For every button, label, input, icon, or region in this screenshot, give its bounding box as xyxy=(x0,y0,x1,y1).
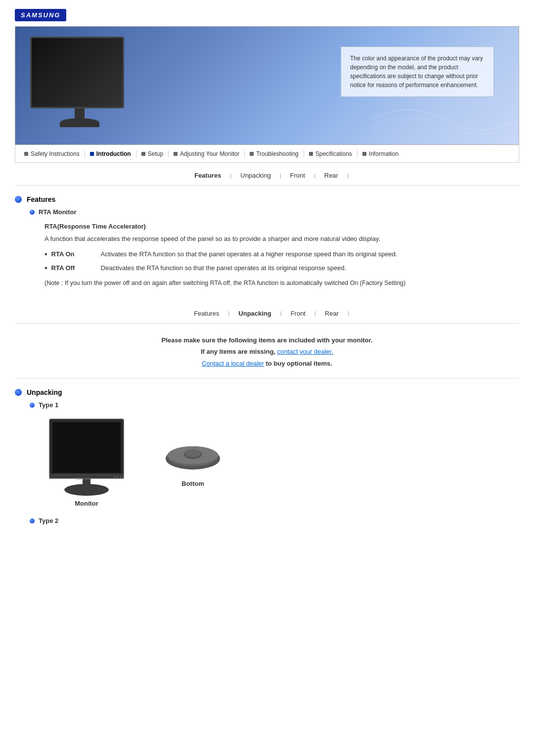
sub-nav-sep-4: | xyxy=(347,173,349,179)
svg-point-8 xyxy=(120,476,122,478)
features-blue-circle xyxy=(15,196,22,203)
unpacking-section: Unpacking Type 1 xyxy=(15,388,519,524)
samsung-logo: SAMSUNG xyxy=(15,9,66,21)
hero-monitor-image xyxy=(30,37,129,126)
rta-sub-section-header: RTA Monitor xyxy=(30,208,519,216)
monitor-stand-base xyxy=(60,118,99,127)
header: SAMSUNG xyxy=(0,0,534,21)
svg-text:SAMSUNG: SAMSUNG xyxy=(76,477,91,480)
features-section-header: Features xyxy=(15,195,519,203)
info-line-1-text: Please make sure the following items are… xyxy=(162,336,373,344)
nav-bullet-information xyxy=(362,152,366,156)
hero-banner: The color and appearance of the product … xyxy=(15,26,519,145)
unpacking-section-header: Unpacking xyxy=(15,388,519,396)
info-box: Please make sure the following items are… xyxy=(15,324,519,378)
nav-item-adjusting[interactable]: Adjusting Your Monitor xyxy=(169,145,244,162)
type2-header: Type 2 xyxy=(30,517,519,524)
rta-content: RTA(Response Time Accelerator) A functio… xyxy=(44,222,519,288)
info-line-1: Please make sure the following items are… xyxy=(15,334,519,346)
bottom-product: Bottom xyxy=(158,417,227,507)
info-line-2: If any items are missing, contact your d… xyxy=(15,346,519,357)
monitor-label: Monitor xyxy=(75,500,98,507)
svg-point-13 xyxy=(185,449,201,457)
unpacking-title: Unpacking xyxy=(27,388,62,396)
type1-header: Type 1 xyxy=(30,401,519,409)
nav-bullet-setup xyxy=(141,152,145,156)
type1-products: SAMSUNG Monitor xyxy=(44,417,519,507)
svg-point-7 xyxy=(117,476,119,478)
nav-label-setup: Setup xyxy=(148,150,163,157)
monitor-product: SAMSUNG Monitor xyxy=(44,417,129,507)
nav-bullet-troubleshooting xyxy=(250,152,254,156)
monitor-stand-neck xyxy=(75,108,85,118)
rta-off-desc: Deactivates the RTA function so that the… xyxy=(101,263,519,273)
rta-blue-circle xyxy=(30,210,35,215)
svg-rect-1 xyxy=(52,422,121,473)
nav-item-information[interactable]: Information xyxy=(357,145,403,162)
monitor-svg: SAMSUNG xyxy=(44,417,129,496)
type2-label: Type 2 xyxy=(39,517,58,524)
bullet-on: • xyxy=(44,249,47,259)
rta-off-label: RTA Off xyxy=(51,263,91,274)
nav-item-introduction[interactable]: Introduction xyxy=(85,145,136,162)
hero-waves-decoration xyxy=(370,95,519,144)
sub-nav2-sep-4: | xyxy=(348,310,349,316)
hero-text-box: The color and appearance of the product … xyxy=(341,47,494,97)
svg-point-4 xyxy=(64,484,109,496)
rta-sub-title: RTA Monitor xyxy=(39,208,77,216)
sub-nav-features-1[interactable]: Features xyxy=(185,172,230,179)
nav-item-troubleshooting[interactable]: Troubleshooting xyxy=(245,145,304,162)
type2-blue-circle xyxy=(30,519,35,523)
nav-label-information: Information xyxy=(369,150,399,157)
rta-heading: RTA(Response Time Accelerator) xyxy=(44,222,519,232)
sub-nav-features-2[interactable]: Features xyxy=(185,310,228,317)
type1-section: Type 1 xyxy=(30,401,519,507)
monitor-screen xyxy=(32,38,123,107)
sub-navigation-1: Features | Unpacking | Front | Rear | xyxy=(15,163,519,186)
nav-label-introduction: Introduction xyxy=(96,150,131,157)
info-line-3: Contact a local dealer to buy optional i… xyxy=(15,358,519,369)
contact-dealer-link[interactable]: contact your dealer. xyxy=(277,348,333,355)
type2-section: Type 2 xyxy=(30,517,519,524)
bottom-label: Bottom xyxy=(181,480,204,487)
info-line-3-suffix: to buy optional items. xyxy=(266,360,332,367)
feature-row-off: • RTA Off Deactivates the RTA function s… xyxy=(44,263,519,274)
nav-bullet-safety xyxy=(24,152,28,156)
monitor-body xyxy=(30,37,124,108)
local-dealer-link[interactable]: Contact a local dealer xyxy=(202,360,264,367)
bottom-svg xyxy=(158,436,227,476)
nav-label-specifications: Specifications xyxy=(315,150,352,157)
info-line-2-prefix: If any items are missing, xyxy=(201,348,275,355)
nav-bullet-adjusting xyxy=(174,152,178,156)
unpacking-blue-circle xyxy=(15,389,22,396)
main-navigation: Safety Instructions Introduction Setup A… xyxy=(15,145,519,163)
nav-item-safety[interactable]: Safety Instructions xyxy=(19,145,85,162)
rta-on-desc: Activates the RTA function so that the p… xyxy=(101,249,519,259)
sub-nav-unpacking-1[interactable]: Unpacking xyxy=(231,172,279,179)
rta-description: A function that accelerates the response… xyxy=(44,234,519,244)
sub-nav-rear-2[interactable]: Rear xyxy=(316,310,348,317)
rta-sub-section: RTA Monitor RTA(Response Time Accelerato… xyxy=(30,208,519,288)
features-title: Features xyxy=(27,195,55,203)
nav-label-adjusting: Adjusting Your Monitor xyxy=(180,150,239,157)
sub-nav-front-2[interactable]: Front xyxy=(282,310,314,317)
nav-item-setup[interactable]: Setup xyxy=(136,145,168,162)
feature-table: • RTA On Activates the RTA function so t… xyxy=(44,249,519,274)
main-content: Features | Unpacking | Front | Rear | Fe… xyxy=(0,163,534,524)
feature-row-on: • RTA On Activates the RTA function so t… xyxy=(44,249,519,260)
sub-nav-rear-1[interactable]: Rear xyxy=(315,172,347,179)
nav-label-safety: Safety Instructions xyxy=(31,150,80,157)
sub-nav-unpacking-2[interactable]: Unpacking xyxy=(229,310,280,317)
nav-item-specifications[interactable]: Specifications xyxy=(304,145,357,162)
nav-bullet-introduction xyxy=(90,152,94,156)
nav-bullet-specifications xyxy=(309,152,313,156)
type1-blue-circle xyxy=(30,403,35,408)
nav-label-troubleshooting: Troubleshooting xyxy=(256,150,299,157)
svg-point-6 xyxy=(114,476,116,478)
rta-on-label: RTA On xyxy=(51,249,91,260)
type1-label: Type 1 xyxy=(39,401,58,409)
rta-note: (Note : If you turn the power off and on… xyxy=(44,279,519,288)
hero-description: The color and appearance of the product … xyxy=(350,55,483,89)
bullet-off: • xyxy=(44,263,47,273)
sub-nav-front-1[interactable]: Front xyxy=(281,172,314,179)
